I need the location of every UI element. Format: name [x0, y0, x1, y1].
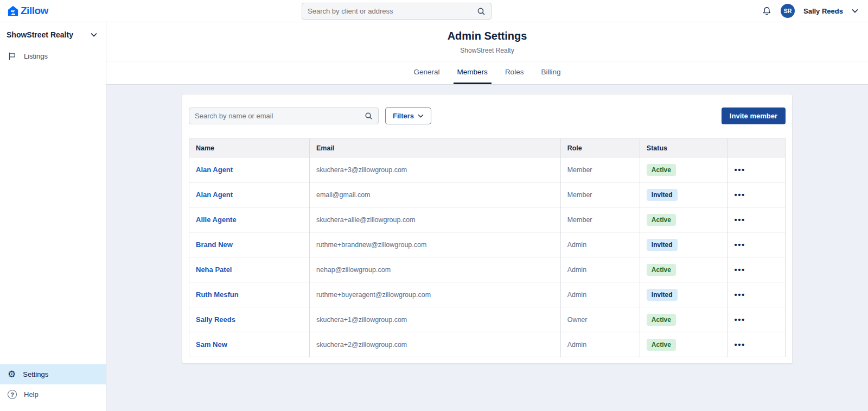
member-actions-cell: ••• — [727, 157, 786, 182]
column-header: Status — [640, 139, 727, 157]
row-actions-button[interactable]: ••• — [734, 191, 745, 199]
members-toolbar: Filters Invite member — [189, 108, 786, 124]
member-status-cell: Invited — [640, 232, 727, 257]
member-email: ruthme+brandnew@zillowgroup.com — [309, 232, 560, 257]
ellipsis-icon: ••• — [734, 165, 745, 174]
ellipsis-icon: ••• — [734, 315, 745, 324]
invite-member-button[interactable]: Invite member — [722, 108, 786, 124]
member-actions-cell: ••• — [727, 282, 786, 307]
member-name-link[interactable]: Sam New — [189, 332, 310, 357]
chevron-down-icon — [91, 33, 97, 37]
column-header: Role — [560, 139, 640, 157]
ellipsis-icon: ••• — [734, 190, 745, 199]
gear-icon: ⚙ — [8, 370, 16, 379]
member-name-link[interactable]: Allle Agente — [189, 207, 310, 232]
member-status-cell: Active — [640, 332, 727, 357]
status-badge: Active — [647, 264, 676, 276]
content-area: Filters Invite member NameEmailRoleStatu… — [106, 85, 868, 411]
tab-billing[interactable]: Billing — [537, 61, 564, 84]
member-search-input[interactable] — [195, 112, 365, 120]
row-actions-button[interactable]: ••• — [734, 241, 745, 249]
member-name-link[interactable]: Neha Patel — [189, 257, 310, 282]
row-actions-button[interactable]: ••• — [734, 216, 745, 224]
tab-members[interactable]: Members — [454, 61, 492, 84]
member-email: skuchera+3@zillowgroup.com — [309, 157, 560, 182]
member-actions-cell: ••• — [727, 182, 786, 207]
table-row: Neha Patel nehap@zillowgroup.com Admin A… — [189, 257, 786, 282]
ellipsis-icon: ••• — [734, 265, 745, 274]
table-row: Ruth Mesfun ruthme+buyeragent@zillowgrou… — [189, 282, 786, 307]
page-subtitle: ShowStreet Realty — [106, 47, 868, 54]
sidebar: ShowStreet Realty Listings — [0, 22, 106, 411]
member-actions-cell: ••• — [727, 207, 786, 232]
status-badge: Active — [647, 214, 676, 226]
org-switcher[interactable]: ShowStreet Realty — [0, 22, 106, 46]
avatar[interactable]: SR — [781, 4, 795, 18]
member-email: skuchera+1@zillowgroup.com — [309, 307, 560, 332]
sidebar-item-label: Help — [24, 390, 39, 399]
filters-button[interactable]: Filters — [385, 108, 431, 124]
member-role: Member — [560, 182, 640, 207]
table-row: Sally Reeds skuchera+1@zillowgroup.com O… — [189, 307, 786, 332]
column-header — [727, 139, 786, 157]
members-card: Filters Invite member NameEmailRoleStatu… — [182, 94, 793, 364]
member-email: ruthme+buyeragent@zillowgroup.com — [309, 282, 560, 307]
member-name-link[interactable]: Alan Agent — [189, 182, 310, 207]
row-actions-button[interactable]: ••• — [734, 265, 745, 274]
members-table: NameEmailRoleStatus Alan Agent skuchera+… — [189, 138, 786, 357]
member-name-link[interactable]: Brand New — [189, 232, 310, 257]
sidebar-item-label: Settings — [23, 370, 48, 378]
member-status-cell: Active — [640, 207, 727, 232]
member-status-cell: Invited — [640, 182, 727, 207]
member-role: Admin — [560, 232, 640, 257]
search-icon[interactable] — [365, 112, 373, 120]
filters-label: Filters — [393, 112, 414, 120]
global-search-input[interactable] — [308, 7, 477, 15]
yard-sign-icon — [8, 52, 17, 61]
zillow-logo[interactable]: Zillow — [8, 5, 48, 17]
member-actions-cell: ••• — [727, 307, 786, 332]
question-circle-icon: ? — [8, 390, 17, 399]
zillow-house-icon — [8, 5, 18, 16]
row-actions-button[interactable]: ••• — [734, 290, 745, 299]
topbar: Zillow SR Sally Reeds — [0, 0, 868, 22]
column-header: Email — [309, 139, 560, 157]
chevron-down-icon — [418, 114, 424, 118]
page-title: Admin Settings — [106, 30, 868, 42]
column-header: Name — [189, 139, 310, 157]
tab-roles[interactable]: Roles — [501, 61, 528, 84]
member-search — [189, 108, 379, 124]
table-header-row: NameEmailRoleStatus — [189, 139, 786, 157]
member-email: skuchera+2@zillowgroup.com — [309, 332, 560, 357]
sidebar-item-listings[interactable]: Listings — [0, 46, 106, 66]
member-name-link[interactable]: Sally Reeds — [189, 307, 310, 332]
row-actions-button[interactable]: ••• — [734, 340, 745, 349]
sidebar-item-help[interactable]: ? Help — [0, 384, 106, 404]
tab-general[interactable]: General — [410, 61, 444, 84]
member-name-link[interactable]: Ruth Mesfun — [189, 282, 310, 307]
status-badge: Active — [647, 314, 676, 326]
table-row: Allle Agente skuchera+allie@zillowgroup.… — [189, 207, 786, 232]
table-row: Brand New ruthme+brandnew@zillowgroup.co… — [189, 232, 786, 257]
sidebar-item-label: Listings — [24, 52, 48, 60]
user-menu-button[interactable] — [852, 9, 858, 13]
bell-icon — [762, 6, 772, 16]
row-actions-button[interactable]: ••• — [734, 166, 745, 174]
ellipsis-icon: ••• — [734, 240, 745, 249]
status-badge: Invited — [647, 239, 678, 251]
member-actions-cell: ••• — [727, 232, 786, 257]
member-name-link[interactable]: Alan Agent — [189, 157, 310, 182]
sidebar-item-settings[interactable]: ⚙ Settings — [0, 364, 106, 384]
search-icon[interactable] — [477, 7, 486, 16]
ellipsis-icon: ••• — [734, 290, 745, 299]
member-role: Member — [560, 157, 640, 182]
member-actions-cell: ••• — [727, 332, 786, 357]
main-content: Admin Settings ShowStreet Realty General… — [106, 22, 868, 411]
member-role: Member — [560, 207, 640, 232]
members-table-body: Alan Agent skuchera+3@zillowgroup.com Me… — [189, 157, 786, 357]
member-email: email@gmail.com — [309, 182, 560, 207]
row-actions-button[interactable]: ••• — [734, 315, 745, 324]
notifications-button[interactable] — [762, 6, 772, 16]
user-name: Sally Reeds — [803, 7, 843, 15]
ellipsis-icon: ••• — [734, 215, 745, 224]
